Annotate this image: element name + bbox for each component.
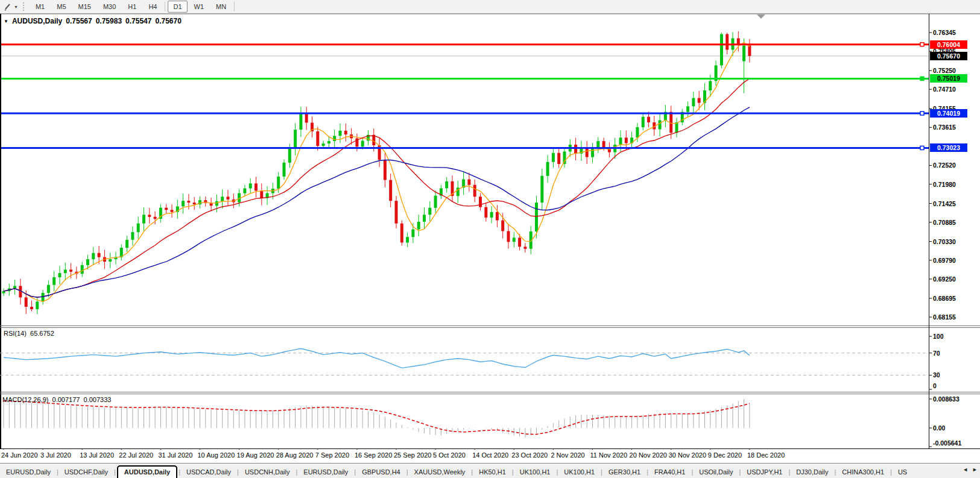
macd-panel-label: MACD(12,26,9) 0.007177 0.007333: [2, 396, 111, 403]
candle-body: [445, 181, 448, 189]
candle-body: [30, 307, 33, 309]
line-handle[interactable]: [920, 43, 924, 46]
candle-body: [64, 269, 67, 273]
chart-tab-uk100-h1[interactable]: UK100,H1: [558, 466, 601, 478]
chart-tab-usoil-daily[interactable]: USOil,Daily: [693, 466, 739, 478]
ohlc-high: 0.75983: [96, 17, 122, 25]
candle-body: [299, 114, 302, 130]
candle-body: [518, 237, 521, 247]
rsi-axis-label: 70: [933, 350, 940, 357]
candle-body: [36, 301, 39, 309]
timeframe-button-d1[interactable]: D1: [168, 1, 187, 13]
candle-body: [193, 203, 196, 204]
candle-body: [400, 224, 403, 243]
chart-tab-partial[interactable]: US: [892, 466, 913, 478]
chart-tab-china300-h1[interactable]: CHINA300,H1: [836, 466, 890, 478]
candle-body: [86, 259, 89, 265]
rsi-panel-label: RSI(14) 65.6752: [4, 330, 54, 337]
date-axis-label: 20 Nov 2020: [630, 451, 667, 459]
chart-tab-eurusd-daily[interactable]: EURUSD,Daily: [297, 466, 354, 478]
chart-tab-gbpusd-h4[interactable]: GBPUSD,H4: [356, 466, 406, 478]
candle-body: [686, 107, 689, 112]
candle-body: [316, 131, 319, 146]
candle-body: [142, 215, 145, 223]
tab-separator: |: [114, 468, 116, 478]
timeframe-button-h1[interactable]: H1: [122, 1, 142, 13]
price-axis-label: 0.70330: [933, 238, 956, 245]
candle-body: [171, 210, 174, 212]
chart-tab-hk50-h1[interactable]: HK50,H1: [473, 466, 512, 478]
price-line-badge: 0.75019: [930, 74, 967, 83]
date-axis-label: 7 Sep 2020: [315, 451, 349, 459]
price-axis-label: 0.74710: [933, 86, 956, 93]
chart-tab-eurusd-daily[interactable]: EURUSD,Daily: [0, 466, 57, 478]
candle-body: [260, 191, 263, 198]
symbol-dropdown-caret[interactable]: ▼: [4, 19, 8, 24]
candle-body: [125, 240, 128, 248]
macd-axis-label: 0.008633: [933, 395, 959, 403]
candle-body: [384, 160, 387, 180]
candle-body: [423, 215, 426, 222]
candle-body: [659, 121, 662, 130]
candle-body: [2, 291, 5, 294]
candle-body: [58, 273, 62, 277]
chevron-down-icon: ▼: [14, 5, 18, 9]
date-axis-label: 14 Oct 2020: [472, 451, 508, 459]
chart-tab-fra40-h1[interactable]: FRA40,H1: [648, 466, 691, 478]
chart-plot-area[interactable]: [0, 0, 980, 450]
candle-body: [742, 46, 745, 61]
candle-body: [473, 185, 476, 197]
chart-tab-usdcnh-daily[interactable]: USDCNH,Daily: [239, 466, 296, 478]
candle-body: [215, 201, 218, 206]
candle-body: [13, 286, 16, 288]
candle-body: [98, 253, 101, 257]
chart-tab-audusd-daily[interactable]: AUDUSD,Daily: [117, 465, 177, 478]
line-handle[interactable]: [920, 146, 924, 149]
timeframe-button-m5[interactable]: M5: [51, 1, 71, 13]
candle-body: [221, 197, 224, 201]
chart-tab-xauusd-weekly[interactable]: XAUUSD,Weekly: [408, 466, 472, 478]
toolbar-separator: [234, 2, 235, 11]
timeframe-button-m1[interactable]: M1: [30, 1, 50, 13]
price-axis-label: 0.71425: [933, 200, 956, 207]
draw-tool-button[interactable]: ▼: [0, 1, 21, 13]
line-handle[interactable]: [920, 112, 924, 115]
timeframe-button-mn[interactable]: MN: [210, 1, 232, 13]
candle-body: [187, 201, 190, 203]
rsi-axis-label: 30: [933, 371, 940, 379]
date-axis-label: 24 Jun 2020: [1, 451, 38, 459]
timeframe-button-h4[interactable]: H4: [143, 1, 162, 13]
timeframe-button-w1[interactable]: W1: [189, 1, 210, 13]
price-axis-label: 0.75250: [933, 67, 956, 74]
price-axis-label: 0.68695: [933, 295, 956, 302]
chart-tab-usdchf-daily[interactable]: USDCHF,Daily: [58, 466, 114, 478]
chart-tab-usdjpy-h1[interactable]: USDJPY,H1: [741, 466, 788, 478]
chart-tab-dj30-daily[interactable]: DJ30,Daily: [790, 466, 834, 478]
timeframe-button-m30[interactable]: M30: [98, 1, 121, 13]
candle-body: [434, 196, 437, 208]
timeframe-button-m15[interactable]: M15: [73, 1, 96, 13]
candle-body: [165, 208, 168, 210]
line-handle[interactable]: [920, 77, 924, 80]
date-axis-label: 30 Nov 2020: [669, 451, 706, 459]
date-axis-label: 25 Sep 2020: [394, 451, 431, 459]
chart-tab-usdcad-daily[interactable]: USDCAD,Daily: [180, 466, 237, 478]
chart-tab-ger30-h1[interactable]: GER30,H1: [602, 466, 646, 478]
date-axis-label: 3 Jul 2020: [40, 451, 71, 459]
tab-scroll-left-icon[interactable]: ◄: [961, 465, 969, 474]
date-axis-label: 28 Aug 2020: [276, 451, 314, 459]
candle-body: [277, 177, 280, 189]
date-axis-label: 18 Dec 2020: [747, 451, 785, 459]
tab-scroll-right-icon[interactable]: ►: [971, 465, 979, 474]
rsi-indicator-name: RSI(14): [4, 330, 27, 337]
chart-tab-uk100-h1[interactable]: UK100,H1: [514, 466, 557, 478]
candle-body: [467, 180, 470, 185]
price-axis-label: 0.70885: [933, 219, 956, 226]
chart-title-row: ▼ AUDUSD,Daily 0.75567 0.75983 0.75547 0…: [4, 17, 182, 25]
macd-signal-value: 0.007333: [84, 396, 112, 403]
candle-body: [243, 189, 246, 193]
candle-body: [154, 217, 157, 219]
candle-body: [42, 293, 45, 301]
ohlc-low: 0.75547: [125, 17, 151, 25]
candle-body: [406, 237, 409, 242]
